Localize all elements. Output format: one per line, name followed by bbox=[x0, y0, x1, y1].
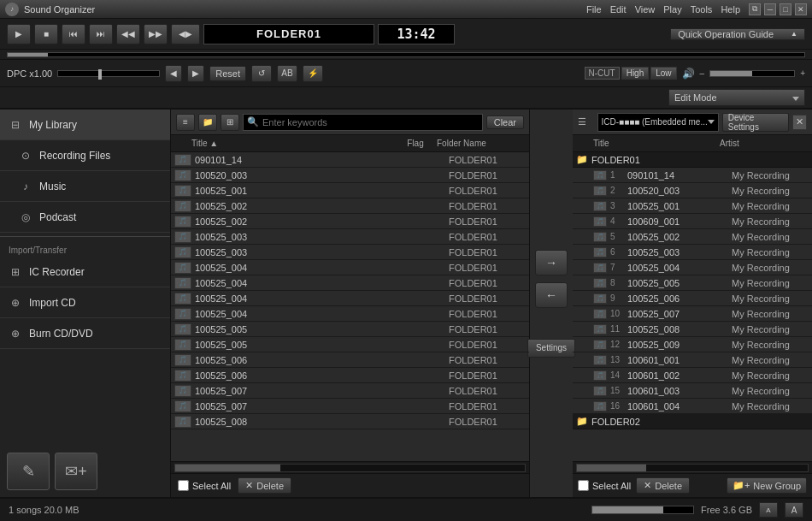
file-row[interactable]: 🎵 100525_006 FOLDER01 bbox=[171, 368, 529, 383]
device-header-title[interactable]: Title bbox=[593, 139, 720, 148]
loop-button[interactable]: ↺ bbox=[251, 65, 272, 82]
file-row[interactable]: 🎵 100525_003 FOLDER01 bbox=[171, 229, 529, 245]
file-row[interactable]: 🎵 100525_004 FOLDER01 bbox=[171, 291, 529, 306]
file-hscroll[interactable] bbox=[171, 461, 529, 473]
progress-track[interactable] bbox=[7, 52, 805, 57]
list-view-button[interactable]: ≡ bbox=[176, 114, 195, 131]
device-track-row[interactable]: 🎵 1 090101_14 My Recording bbox=[573, 168, 812, 183]
edit-playlist-button[interactable]: ✎ bbox=[7, 453, 50, 490]
device-track-row[interactable]: 🎵 5 100525_002 My Recording bbox=[573, 229, 812, 245]
volume-slider[interactable] bbox=[709, 70, 795, 77]
header-title-col[interactable]: Title ▲ bbox=[191, 139, 394, 148]
header-flag-col[interactable]: Flag bbox=[394, 139, 437, 148]
folder-row[interactable]: 📁 FOLDER02 bbox=[573, 414, 812, 429]
transfer-from-device-button[interactable]: ← bbox=[535, 282, 568, 308]
device-track-row[interactable]: 🎵 9 100525_006 My Recording bbox=[573, 291, 812, 306]
file-row[interactable]: 🎵 100525_004 FOLDER01 bbox=[171, 306, 529, 322]
device-track-row[interactable]: 🎵 8 100525_005 My Recording bbox=[573, 275, 812, 291]
device-track-row[interactable]: 🎵 2 100520_003 My Recording bbox=[573, 183, 812, 198]
sidebar-item-my-library[interactable]: ⊟ My Library bbox=[0, 110, 170, 140]
file-list-scroll[interactable]: 🎵 090101_14 FOLDER01 🎵 100520_003 FOLDER… bbox=[171, 152, 529, 461]
device-select-all-checkbox[interactable] bbox=[578, 480, 589, 491]
file-row[interactable]: 🎵 090101_14 FOLDER01 bbox=[171, 152, 529, 168]
device-track-row[interactable]: 🎵 11 100525_008 My Recording bbox=[573, 322, 812, 337]
transfer-settings-button[interactable]: Settings bbox=[527, 339, 575, 358]
prev-button[interactable]: ⏮ bbox=[62, 24, 85, 44]
maximize-button[interactable]: □ bbox=[780, 3, 791, 15]
next-button[interactable]: ⏭ bbox=[89, 24, 113, 44]
file-row[interactable]: 🎵 100525_006 FOLDER01 bbox=[171, 352, 529, 368]
folder-view-button[interactable]: 📁 bbox=[198, 114, 217, 131]
device-track-row[interactable]: 🎵 14 100601_002 My Recording bbox=[573, 368, 812, 383]
menu-edit[interactable]: Edit bbox=[610, 4, 627, 15]
clear-button[interactable]: Clear bbox=[486, 115, 524, 129]
sidebar-item-burn-dvd[interactable]: ⊕ Burn CD/DVD bbox=[0, 318, 170, 349]
file-row[interactable]: 🎵 100525_007 FOLDER01 bbox=[171, 399, 529, 414]
device-track-row[interactable]: 🎵 13 100601_001 My Recording bbox=[573, 352, 812, 368]
play-button[interactable]: ▶ bbox=[7, 24, 31, 44]
ab-button[interactable]: AB bbox=[277, 65, 297, 82]
file-row[interactable]: 🎵 100525_005 FOLDER01 bbox=[171, 337, 529, 352]
file-row[interactable]: 🎵 100525_001 FOLDER01 bbox=[171, 183, 529, 198]
folder-row[interactable]: 📁 FOLDER01 bbox=[573, 152, 812, 168]
device-track-row[interactable]: 🎵 7 100525_004 My Recording bbox=[573, 260, 812, 275]
minimize-button[interactable]: ─ bbox=[764, 3, 776, 15]
edit-mode-select[interactable]: Edit Mode bbox=[668, 89, 805, 106]
rewind-button[interactable]: ◀◀ bbox=[116, 24, 140, 44]
restore-button[interactable]: ⧉ bbox=[749, 3, 761, 15]
delete-button[interactable]: ✕ Delete bbox=[238, 477, 291, 494]
sidebar-item-ic-recorder[interactable]: ⊞ IC Recorder bbox=[0, 257, 170, 287]
ff-button[interactable]: ▶▶ bbox=[144, 24, 168, 44]
device-panel-close-button[interactable]: ✕ bbox=[792, 115, 807, 130]
stop-button[interactable]: ■ bbox=[34, 24, 58, 44]
new-group-button[interactable]: 📁+ New Group bbox=[727, 477, 807, 494]
file-row[interactable]: 🎵 100525_007 FOLDER01 bbox=[171, 383, 529, 399]
file-row[interactable]: 🎵 100525_005 FOLDER01 bbox=[171, 322, 529, 337]
sidebar-item-recording-files[interactable]: ⊙ Recording Files bbox=[0, 140, 170, 171]
search-input[interactable] bbox=[262, 117, 479, 127]
add-playlist-button[interactable]: ✉+ bbox=[55, 453, 97, 490]
menu-view[interactable]: View bbox=[635, 4, 656, 15]
file-row[interactable]: 🎵 100520_003 FOLDER01 bbox=[171, 168, 529, 183]
sidebar-item-podcast[interactable]: ◎ Podcast bbox=[0, 202, 170, 233]
device-list-scroll[interactable]: 📁 FOLDER01 🎵 1 090101_14 My Recording 🎵 … bbox=[573, 152, 812, 461]
reset-button[interactable]: Reset bbox=[209, 66, 246, 81]
device-track-row[interactable]: 🎵 3 100525_001 My Recording bbox=[573, 198, 812, 214]
menu-play[interactable]: Play bbox=[663, 4, 681, 15]
font-large-button[interactable]: A bbox=[785, 502, 803, 518]
quick-op-button[interactable]: Quick Operation Guide ▲ bbox=[670, 28, 805, 40]
bookmark-button[interactable]: ◀▶ bbox=[171, 24, 200, 44]
dpc-up-button[interactable]: ▶ bbox=[187, 65, 204, 82]
speed-button[interactable]: ⚡ bbox=[303, 65, 323, 82]
menu-help[interactable]: Help bbox=[721, 4, 740, 15]
menu-file[interactable]: File bbox=[586, 4, 602, 15]
header-folder-col[interactable]: Folder Name bbox=[437, 139, 514, 148]
file-row[interactable]: 🎵 100525_008 FOLDER01 bbox=[171, 414, 529, 429]
device-delete-button[interactable]: ✕ Delete bbox=[636, 477, 690, 494]
ncut-low-button[interactable]: Low bbox=[650, 67, 676, 80]
device-hscroll[interactable] bbox=[573, 461, 812, 473]
file-row[interactable]: 🎵 100525_004 FOLDER01 bbox=[171, 275, 529, 291]
transfer-to-device-button[interactable]: → bbox=[535, 250, 568, 275]
device-track-row[interactable]: 🎵 10 100525_007 My Recording bbox=[573, 306, 812, 322]
select-all-check[interactable]: Select All bbox=[178, 480, 231, 491]
file-row[interactable]: 🎵 100525_004 FOLDER01 bbox=[171, 260, 529, 275]
device-select[interactable]: ICD-■■■■ (Embedded me... bbox=[597, 113, 719, 132]
device-settings-button[interactable]: Device Settings bbox=[722, 113, 789, 132]
device-track-row[interactable]: 🎵 6 100525_003 My Recording bbox=[573, 245, 812, 260]
device-header-artist[interactable]: Artist bbox=[720, 139, 797, 148]
close-button[interactable]: ✕ bbox=[795, 3, 807, 15]
progress-bar[interactable] bbox=[0, 50, 812, 60]
file-row[interactable]: 🎵 100525_002 FOLDER01 bbox=[171, 214, 529, 229]
ncut-high-button[interactable]: High bbox=[621, 67, 650, 80]
dpc-down-button[interactable]: ◀ bbox=[165, 65, 182, 82]
font-small-button[interactable]: A bbox=[759, 502, 778, 518]
device-track-row[interactable]: 🎵 12 100525_009 My Recording bbox=[573, 337, 812, 352]
device-track-row[interactable]: 🎵 16 100601_004 My Recording bbox=[573, 399, 812, 414]
sidebar-item-music[interactable]: ♪ Music bbox=[0, 171, 170, 202]
device-track-row[interactable]: 🎵 4 100609_001 My Recording bbox=[573, 214, 812, 229]
device-hscroll-track[interactable] bbox=[576, 464, 809, 472]
dpc-slider[interactable] bbox=[57, 70, 160, 77]
file-row[interactable]: 🎵 100525_002 FOLDER01 bbox=[171, 198, 529, 214]
file-hscroll-track[interactable] bbox=[174, 464, 526, 472]
